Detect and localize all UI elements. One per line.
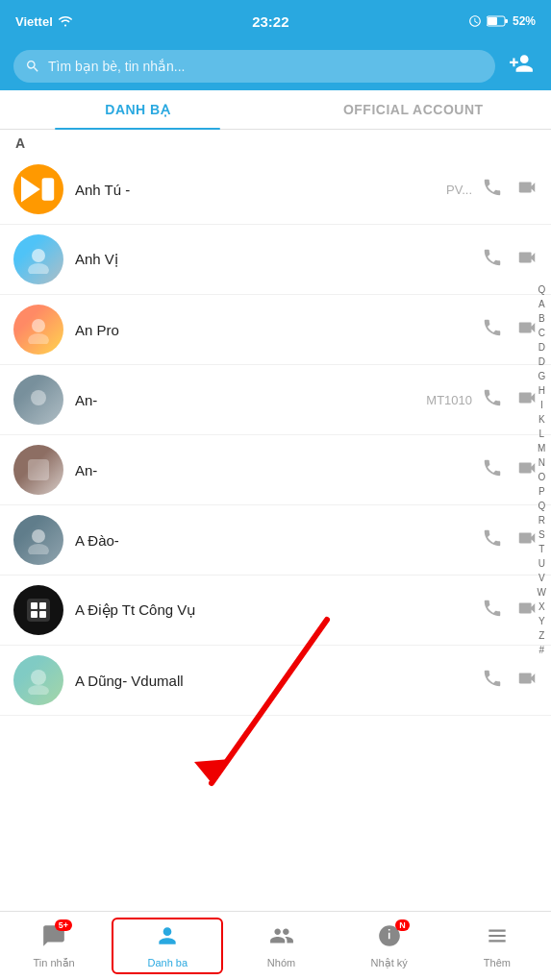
- svg-rect-2: [505, 19, 508, 23]
- messages-badge: 5+: [55, 919, 72, 931]
- svg-rect-13: [27, 599, 50, 622]
- alpha-r[interactable]: R: [536, 514, 548, 527]
- action-icons: [482, 387, 538, 413]
- call-icon[interactable]: [482, 598, 503, 624]
- action-icons: [482, 527, 538, 553]
- contact-item[interactable]: Anh Tú - PV...: [0, 155, 551, 225]
- tab-danh-ba[interactable]: DANH BẠ: [0, 90, 276, 129]
- svg-point-19: [28, 685, 49, 695]
- alpha-y[interactable]: Y: [536, 615, 548, 628]
- call-icon[interactable]: [482, 387, 503, 413]
- alpha-q-search[interactable]: Q: [535, 283, 548, 297]
- alpha-c[interactable]: C: [536, 327, 548, 340]
- carrier-text: Viettel: [15, 14, 53, 29]
- search-placeholder: Tìm bạn bè, tin nhắn...: [48, 59, 186, 74]
- alpha-m[interactable]: M: [535, 442, 548, 455]
- svg-rect-10: [28, 459, 49, 480]
- nav-tin-nhan[interactable]: 5+ Tin nhắn: [0, 918, 108, 975]
- video-icon[interactable]: [516, 668, 538, 694]
- contact-name: A Dũng- Vdumall: [75, 673, 482, 689]
- avatar: [13, 445, 63, 495]
- svg-point-6: [28, 263, 49, 274]
- alpha-d2[interactable]: D: [536, 355, 548, 369]
- contact-name: Anh Tú -: [75, 182, 446, 198]
- call-icon[interactable]: [482, 527, 503, 553]
- contact-item[interactable]: A Đào-: [0, 505, 551, 576]
- svg-rect-1: [488, 17, 497, 25]
- alpha-u[interactable]: U: [536, 557, 548, 571]
- nav-label: Nhật ký: [371, 957, 408, 969]
- alpha-b[interactable]: B: [536, 312, 548, 326]
- contact-name: A Điệp Tt Công Vụ: [75, 601, 482, 619]
- alpha-o[interactable]: O: [535, 471, 548, 484]
- avatar: [13, 655, 63, 705]
- alpha-x[interactable]: X: [536, 600, 548, 614]
- alpha-h[interactable]: H: [536, 384, 548, 398]
- call-icon[interactable]: [482, 457, 503, 483]
- action-icons: [482, 247, 538, 273]
- nav-danh-ba[interactable]: Danh ba: [112, 918, 223, 974]
- avatar: [13, 515, 63, 565]
- svg-rect-14: [31, 602, 38, 609]
- svg-point-11: [32, 529, 45, 543]
- video-icon[interactable]: [516, 247, 538, 273]
- alpha-g[interactable]: G: [535, 370, 548, 383]
- contact-item[interactable]: Anh Vị: [0, 225, 551, 295]
- alpha-q[interactable]: Q: [535, 500, 548, 513]
- video-icon[interactable]: [516, 177, 538, 203]
- tab-official-account[interactable]: OFFICIAL ACCOUNT: [276, 90, 552, 129]
- bottom-nav: 5+ Tin nhắn Danh ba Nhóm N Nhật ký Thêm: [0, 911, 551, 980]
- avatar: [13, 164, 63, 214]
- contact-item[interactable]: A Dũng- Vdumall: [0, 646, 551, 716]
- call-icon[interactable]: [482, 177, 503, 203]
- alpha-a[interactable]: A: [536, 298, 548, 311]
- alpha-d1[interactable]: D: [536, 341, 548, 355]
- nav-nhom[interactable]: Nhóm: [227, 918, 335, 974]
- alpha-t[interactable]: T: [536, 543, 547, 556]
- alpha-l[interactable]: L: [536, 428, 547, 441]
- status-bar: Viettel 23:22 52%: [0, 0, 551, 42]
- alpha-i[interactable]: I: [538, 399, 546, 412]
- action-icons: [482, 177, 538, 203]
- alpha-v[interactable]: V: [536, 572, 548, 585]
- alpha-p[interactable]: P: [536, 485, 548, 499]
- contact-item[interactable]: An- MT1010: [0, 365, 551, 435]
- search-input-wrap[interactable]: Tìm bạn bè, tin nhắn...: [13, 50, 495, 83]
- svg-point-12: [28, 544, 49, 554]
- battery-icon: [487, 15, 508, 27]
- alpha-k[interactable]: K: [536, 413, 548, 427]
- contact-list: Anh Tú - PV... Anh Vị: [0, 155, 551, 716]
- nav-them[interactable]: Thêm: [443, 918, 551, 974]
- call-icon[interactable]: [482, 668, 503, 694]
- contact-item[interactable]: A Điệp Tt Công Vụ: [0, 576, 551, 646]
- section-header-a: A: [0, 130, 551, 155]
- status-time: 23:22: [252, 13, 288, 30]
- action-icons: [482, 317, 538, 343]
- status-right: 52%: [468, 14, 536, 28]
- alpha-s[interactable]: S: [536, 528, 548, 542]
- search-bar: Tìm bạn bè, tin nhắn...: [0, 42, 551, 90]
- contact-name: Anh Vị: [75, 251, 482, 268]
- svg-point-8: [28, 333, 49, 344]
- alpha-z[interactable]: Z: [536, 629, 547, 643]
- call-icon[interactable]: [482, 247, 503, 273]
- groups-icon: [269, 923, 294, 954]
- alpha-index: Q A B C D D G H I K L M N O P Q R S T U …: [535, 283, 549, 657]
- alpha-hash[interactable]: #: [536, 644, 547, 657]
- nav-nhat-ky[interactable]: N Nhật ký: [336, 918, 443, 975]
- svg-rect-17: [39, 611, 46, 618]
- contact-name: An-: [75, 392, 426, 408]
- contact-item[interactable]: An-: [0, 435, 551, 505]
- alpha-w[interactable]: W: [535, 586, 549, 600]
- contact-item[interactable]: An Pro: [0, 295, 551, 365]
- contact-name: A Đào-: [75, 532, 482, 549]
- add-friend-button[interactable]: [505, 47, 538, 86]
- alpha-n[interactable]: N: [536, 456, 548, 470]
- search-icon: [25, 59, 40, 74]
- contacts-icon: [155, 923, 180, 954]
- svg-rect-16: [31, 611, 38, 618]
- action-icons: [482, 598, 538, 624]
- nav-label: Danh ba: [148, 957, 188, 968]
- call-icon[interactable]: [482, 317, 503, 343]
- avatar: [13, 234, 63, 284]
